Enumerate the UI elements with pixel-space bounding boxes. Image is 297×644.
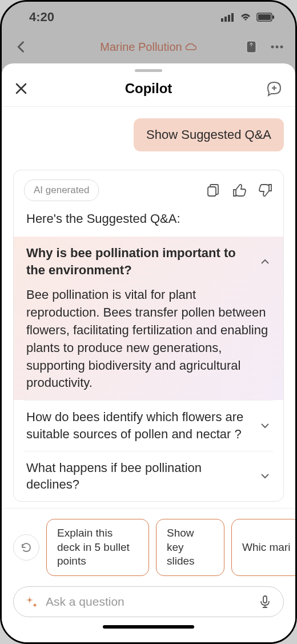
svg-rect-6 [272, 15, 274, 19]
svg-point-9 [280, 46, 283, 49]
user-message: Show Suggested Q&A [134, 118, 284, 151]
qa-answer: Bee pollination is vital for plant repro… [26, 286, 271, 392]
svg-point-8 [276, 46, 279, 49]
status-icons [221, 13, 275, 22]
app-title: Marine Pollution [100, 41, 196, 54]
suggestion-chip[interactable]: Explain this deck in 5 bullet points [46, 519, 149, 576]
sheet-grabber[interactable] [135, 69, 162, 72]
chevron-down-icon [259, 420, 271, 431]
qa-question: Why is bee pollination important to the … [26, 245, 252, 278]
svg-rect-11 [263, 596, 267, 603]
ask-input[interactable]: Ask a question [13, 586, 284, 617]
svg-rect-0 [221, 18, 223, 22]
more-icon[interactable] [270, 45, 284, 49]
chat-body: Show Suggested Q&A AI generated Here's t… [2, 107, 295, 508]
refresh-button[interactable] [13, 534, 39, 561]
sheet-header: Copilot [2, 75, 295, 107]
suggestion-chip[interactable]: Show key slides [156, 519, 224, 576]
suggestion-label: Whic mari [242, 541, 290, 555]
intro-text: Here's the Suggested Q&A: [24, 211, 273, 226]
suggestion-chip[interactable]: Whic mari [231, 519, 295, 576]
chevron-down-icon [259, 470, 271, 482]
status-bar: 4:20 [2, 2, 295, 33]
thumbs-down-icon[interactable] [258, 183, 273, 198]
suggestions-row: Explain this deck in 5 bullet points Sho… [2, 519, 295, 576]
svg-rect-2 [228, 15, 230, 22]
svg-rect-5 [258, 14, 271, 20]
ai-generated-badge: AI generated [24, 179, 99, 201]
wifi-icon [239, 13, 252, 22]
qa-item[interactable]: How do bees identify which flowers are s… [24, 400, 273, 450]
svg-rect-3 [231, 13, 234, 22]
home-indicator[interactable] [103, 625, 194, 629]
battery-icon [256, 13, 275, 22]
sheet-title: Copilot [125, 81, 172, 97]
svg-rect-10 [208, 187, 216, 196]
suggestion-label: Show key slides [167, 526, 214, 569]
cellular-icon [221, 13, 235, 22]
qa-item[interactable]: What happens if bee pollination declines… [24, 451, 273, 501]
cloud-icon [186, 43, 197, 51]
back-icon[interactable] [13, 39, 29, 55]
ai-response-card: AI generated Here's the Suggested Q&A: W… [13, 170, 284, 502]
new-chat-icon[interactable] [266, 80, 283, 97]
qa-item-expanded[interactable]: Why is bee pollination important to the … [14, 237, 283, 400]
qa-question: What happens if bee pollination declines… [26, 459, 252, 493]
input-placeholder: Ask a question [46, 595, 250, 609]
bottom-area: Explain this deck in 5 bullet points Sho… [2, 508, 295, 642]
app-title-text: Marine Pollution [100, 41, 182, 54]
qa-question: How do bees identify which flowers are s… [26, 409, 252, 442]
copilot-sheet: Copilot Show Suggested Q&A AI generated … [2, 63, 295, 642]
suggestion-label: Explain this deck in 5 bullet points [57, 526, 138, 569]
close-icon[interactable] [14, 82, 28, 95]
app-header: Marine Pollution [2, 33, 295, 61]
chevron-up-icon [259, 256, 271, 267]
mic-icon[interactable] [258, 595, 272, 609]
share-icon[interactable] [244, 39, 259, 54]
status-time: 4:20 [29, 10, 54, 25]
sparkle-icon [25, 595, 38, 608]
svg-point-7 [271, 46, 274, 49]
refresh-icon [20, 541, 33, 554]
svg-rect-1 [224, 17, 227, 22]
copy-icon[interactable] [206, 183, 220, 198]
thumbs-up-icon[interactable] [232, 183, 247, 198]
